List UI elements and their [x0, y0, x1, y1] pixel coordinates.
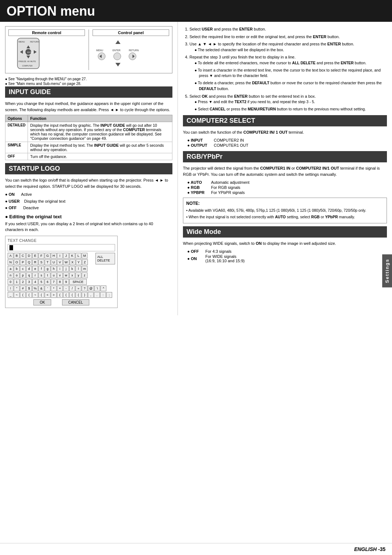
key-lparen4[interactable]: (: [57, 292, 63, 298]
key-quote[interactable]: ": [14, 285, 20, 291]
key-gt[interactable]: >: [51, 292, 57, 298]
key-P[interactable]: P: [20, 259, 26, 265]
key-comma[interactable]: ,: [88, 292, 94, 298]
cancel-button[interactable]: CANCEL: [62, 299, 89, 305]
key-D[interactable]: D: [26, 253, 32, 259]
key-X[interactable]: X: [70, 259, 75, 265]
key-lparen7[interactable]: (: [75, 292, 81, 298]
key-under[interactable]: _: [8, 292, 13, 298]
key-lparen6[interactable]: (: [69, 292, 75, 298]
key-lparen[interactable]: (: [20, 292, 26, 298]
text-input-area[interactable]: [8, 244, 115, 251]
key-b[interactable]: b: [14, 266, 20, 272]
key-at[interactable]: @: [88, 285, 94, 291]
key-i[interactable]: i: [57, 266, 63, 272]
key-plus[interactable]: +: [57, 285, 63, 291]
key-0[interactable]: 0: [8, 279, 13, 285]
key-lt[interactable]: <: [45, 292, 50, 298]
key-2[interactable]: 2: [20, 279, 26, 285]
key-dot[interactable]: .: [94, 292, 100, 298]
key-dollar[interactable]: $: [26, 285, 32, 291]
key-y[interactable]: y: [75, 272, 81, 278]
key-6[interactable]: 6: [45, 279, 50, 285]
key-1[interactable]: 1: [14, 279, 20, 285]
key-tilde2[interactable]: ~: [32, 292, 38, 298]
key-t[interactable]: t: [45, 272, 50, 278]
key-n[interactable]: n: [8, 272, 13, 278]
key-star[interactable]: *: [51, 285, 57, 291]
key-e[interactable]: e: [32, 266, 38, 272]
key-c[interactable]: c: [20, 266, 26, 272]
key-z[interactable]: z: [82, 272, 87, 278]
key-u[interactable]: u: [51, 272, 57, 278]
key-l[interactable]: l: [75, 266, 81, 272]
key-semi[interactable]: ;: [106, 292, 112, 298]
key-excl[interactable]: !: [8, 285, 13, 291]
key-colon[interactable]: :: [100, 292, 106, 298]
key-F[interactable]: F: [38, 253, 44, 259]
key-m[interactable]: m: [82, 266, 87, 272]
key-a[interactable]: a: [8, 266, 13, 272]
key-percent[interactable]: %: [32, 285, 38, 291]
key-r[interactable]: r: [32, 272, 38, 278]
key-C[interactable]: C: [20, 253, 26, 259]
key-space[interactable]: SPACE: [69, 279, 87, 285]
key-tilde[interactable]: ~: [14, 292, 20, 298]
key-quest[interactable]: ?: [82, 285, 87, 291]
key-k[interactable]: k: [69, 266, 75, 272]
key-T[interactable]: T: [45, 259, 50, 265]
key-U[interactable]: U: [51, 259, 57, 265]
key-slash[interactable]: /: [69, 285, 75, 291]
key-A[interactable]: A: [8, 253, 13, 259]
key-x[interactable]: x: [69, 272, 75, 278]
key-j[interactable]: j: [63, 266, 69, 272]
key-s[interactable]: s: [38, 272, 44, 278]
key-V[interactable]: V: [57, 259, 63, 265]
key-lparen2[interactable]: (: [26, 292, 32, 298]
key-eq[interactable]: =: [75, 285, 81, 291]
key-8[interactable]: 8: [57, 279, 63, 285]
key-4[interactable]: 4: [32, 279, 38, 285]
key-J[interactable]: J: [63, 253, 69, 259]
key-hash[interactable]: #: [20, 285, 26, 291]
key-g[interactable]: g: [45, 266, 50, 272]
key-M[interactable]: M: [82, 253, 87, 259]
key-Z[interactable]: Z: [82, 259, 88, 265]
key-minus[interactable]: -: [63, 285, 69, 291]
key-p[interactable]: p: [20, 272, 26, 278]
key-lparen5[interactable]: (: [63, 292, 69, 298]
all-delete-button[interactable]: ALL DELETE: [95, 253, 115, 264]
key-N[interactable]: N: [8, 259, 13, 265]
key-Q[interactable]: Q: [26, 259, 32, 265]
key-rparen[interactable]: ): [82, 292, 87, 298]
key-f[interactable]: f: [38, 266, 44, 272]
key-caret[interactable]: ^: [101, 285, 106, 291]
key-h[interactable]: h: [51, 266, 57, 272]
key-Y[interactable]: Y: [76, 259, 82, 265]
key-w[interactable]: w: [63, 272, 69, 278]
key-v[interactable]: v: [57, 272, 63, 278]
key-d[interactable]: d: [26, 266, 32, 272]
key-lparen3[interactable]: (: [38, 292, 44, 298]
key-7[interactable]: 7: [51, 279, 57, 285]
key-R[interactable]: R: [32, 259, 38, 265]
key-apos[interactable]: ': [45, 285, 50, 291]
key-amp[interactable]: &: [38, 285, 44, 291]
key-O[interactable]: O: [14, 259, 20, 265]
key-L[interactable]: L: [75, 253, 81, 259]
key-K[interactable]: K: [69, 253, 75, 259]
key-S[interactable]: S: [38, 259, 44, 265]
key-B[interactable]: B: [14, 253, 20, 259]
key-bslash[interactable]: \: [94, 285, 100, 291]
key-W[interactable]: W: [63, 259, 69, 265]
ok-button[interactable]: OK: [33, 299, 51, 305]
key-H[interactable]: H: [51, 253, 57, 259]
key-o[interactable]: o: [14, 272, 20, 278]
key-E[interactable]: E: [32, 253, 38, 259]
key-q[interactable]: q: [26, 272, 32, 278]
key-I[interactable]: I: [57, 253, 63, 259]
key-5[interactable]: 5: [38, 279, 44, 285]
key-9[interactable]: 9: [63, 279, 69, 285]
key-3[interactable]: 3: [26, 279, 32, 285]
key-G[interactable]: G: [45, 253, 50, 259]
